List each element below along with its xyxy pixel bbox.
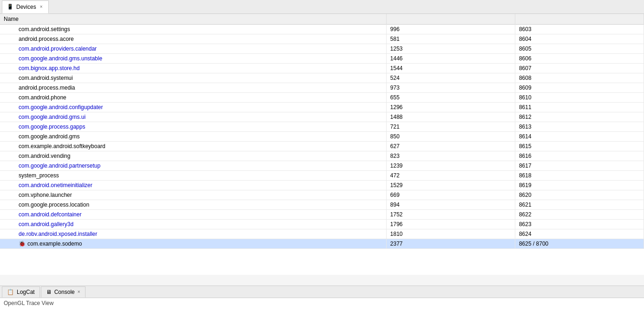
bug-icon: 🐞 xyxy=(19,240,26,247)
process-name: com.example.android.softkeyboard xyxy=(19,143,105,150)
cell-name: com.google.process.location xyxy=(0,200,386,210)
table-row[interactable]: com.google.process.location8948621 xyxy=(0,200,644,210)
process-name: system_process xyxy=(19,172,59,179)
cell-name: com.android.settings xyxy=(0,25,386,34)
cell-name: com.bignox.app.store.hd xyxy=(0,64,386,73)
cell-col2: 1488 xyxy=(386,112,515,122)
process-name: de.robv.android.xposed.installer xyxy=(19,231,97,237)
cell-col3: 8604 xyxy=(515,34,644,44)
process-name: com.android.vending xyxy=(19,153,70,159)
cell-col2: 669 xyxy=(386,190,515,200)
cell-col3: 8618 xyxy=(515,171,644,181)
cell-col3: 8625 / 8700 xyxy=(515,239,644,249)
table-row[interactable]: com.google.android.gms.unstable14468606 xyxy=(0,54,644,64)
process-name: com.android.onetimeinitializer xyxy=(19,182,92,188)
cell-col3: 8607 xyxy=(515,64,644,73)
cell-col2: 1810 xyxy=(386,229,515,239)
process-name: com.bignox.app.store.hd xyxy=(19,65,79,72)
cell-col2: 823 xyxy=(386,151,515,161)
cell-col3: 8609 xyxy=(515,83,644,93)
cell-col2: 1253 xyxy=(386,44,515,54)
devices-tab-icon: 📱 xyxy=(7,4,13,10)
table-row[interactable]: com.android.defcontainer17528622 xyxy=(0,210,644,220)
cell-name: android.process.media xyxy=(0,83,386,93)
cell-name: com.google.android.gms xyxy=(0,132,386,142)
table-row[interactable]: com.vphone.launcher6698620 xyxy=(0,190,644,200)
column-3 xyxy=(515,14,644,25)
cell-col3: 8612 xyxy=(515,112,644,122)
cell-col3: 8619 xyxy=(515,181,644,190)
table-row[interactable]: com.google.android.gms8508614 xyxy=(0,132,644,142)
devices-tab[interactable]: 📱 Devices × xyxy=(2,0,49,13)
cell-col2: 850 xyxy=(386,132,515,142)
cell-col3: 8611 xyxy=(515,103,644,112)
cell-col2: 1529 xyxy=(386,181,515,190)
table-row[interactable]: com.android.systemui5248608 xyxy=(0,73,644,83)
table-row[interactable]: android.process.media9738609 xyxy=(0,83,644,93)
process-name: com.vphone.launcher xyxy=(19,192,72,198)
cell-name: com.vphone.launcher xyxy=(0,190,386,200)
table-header-row: Name xyxy=(0,14,644,25)
table-row[interactable]: 🐞com.example.sodemo23778625 / 8700 xyxy=(0,239,644,249)
column-2 xyxy=(386,14,515,25)
cell-col2: 1296 xyxy=(386,103,515,112)
cell-name: com.android.phone xyxy=(0,93,386,103)
cell-name: android.process.acore xyxy=(0,34,386,44)
table-row[interactable]: com.android.onetimeinitializer15298619 xyxy=(0,181,644,190)
cell-name: com.example.android.softkeyboard xyxy=(0,142,386,151)
table-row[interactable]: com.android.settings9968603 xyxy=(0,25,644,34)
table-row[interactable]: de.robv.android.xposed.installer18108624 xyxy=(0,229,644,239)
cell-col3: 8614 xyxy=(515,132,644,142)
table-row[interactable]: com.bignox.app.store.hd15448607 xyxy=(0,64,644,73)
cell-name: de.robv.android.xposed.installer xyxy=(0,229,386,239)
table-row[interactable]: com.google.process.gapps7218613 xyxy=(0,122,644,132)
process-name: com.example.sodemo xyxy=(27,240,82,247)
table-row[interactable]: com.android.phone6558610 xyxy=(0,93,644,103)
cell-name: com.google.android.gms.unstable xyxy=(0,54,386,64)
cell-col3: 8615 xyxy=(515,142,644,151)
process-name: com.android.systemui xyxy=(19,75,73,81)
table-row[interactable]: com.google.android.configupdater12968611 xyxy=(0,103,644,112)
process-name: com.google.android.configupdater xyxy=(19,104,103,110)
devices-tab-label: Devices xyxy=(16,4,36,10)
process-name: com.google.android.gms.ui xyxy=(19,114,85,120)
table-row[interactable]: com.android.providers.calendar12538605 xyxy=(0,44,644,54)
cell-name: com.android.gallery3d xyxy=(0,220,386,229)
cell-col2: 524 xyxy=(386,73,515,83)
process-name: com.android.providers.calendar xyxy=(19,46,97,52)
cell-name: com.android.onetimeinitializer xyxy=(0,181,386,190)
table-row[interactable]: com.android.gallery3d17968623 xyxy=(0,220,644,229)
cell-col3: 8617 xyxy=(515,161,644,171)
table-row[interactable]: com.google.android.gms.ui14888612 xyxy=(0,112,644,122)
process-name: com.android.phone xyxy=(19,94,66,101)
cell-col2: 1752 xyxy=(386,210,515,220)
table-row[interactable]: android.process.acore5818604 xyxy=(0,34,644,44)
cell-col2: 721 xyxy=(386,122,515,132)
process-name: com.android.defcontainer xyxy=(19,211,81,218)
cell-col2: 1544 xyxy=(386,64,515,73)
devices-table: Name com.android.settings9968603android.… xyxy=(0,14,644,249)
cell-col2: 472 xyxy=(386,171,515,181)
cell-col3: 8603 xyxy=(515,25,644,34)
cell-col2: 627 xyxy=(386,142,515,151)
process-name: android.process.media xyxy=(19,84,75,91)
table-row[interactable]: system_process4728618 xyxy=(0,171,644,181)
table-row[interactable]: com.google.android.partnersetup12398617 xyxy=(0,161,644,171)
devices-table-container: Name com.android.settings9968603android.… xyxy=(0,14,644,275)
cell-col3: 8616 xyxy=(515,151,644,161)
process-name: com.google.process.location xyxy=(19,202,89,208)
cell-col2: 655 xyxy=(386,93,515,103)
process-name: com.android.gallery3d xyxy=(19,221,73,228)
devices-tab-close[interactable]: × xyxy=(39,4,44,10)
table-row[interactable]: com.android.vending8238616 xyxy=(0,151,644,161)
cell-col3: 8605 xyxy=(515,44,644,54)
cell-col2: 894 xyxy=(386,200,515,210)
cell-col2: 973 xyxy=(386,83,515,93)
cell-name: com.android.providers.calendar xyxy=(0,44,386,54)
table-row[interactable]: com.example.android.softkeyboard6278615 xyxy=(0,142,644,151)
cell-name: com.android.defcontainer xyxy=(0,210,386,220)
process-name: android.process.acore xyxy=(19,36,74,42)
cell-col3: 8623 xyxy=(515,220,644,229)
cell-col2: 996 xyxy=(386,25,515,34)
cell-col3: 8624 xyxy=(515,229,644,239)
